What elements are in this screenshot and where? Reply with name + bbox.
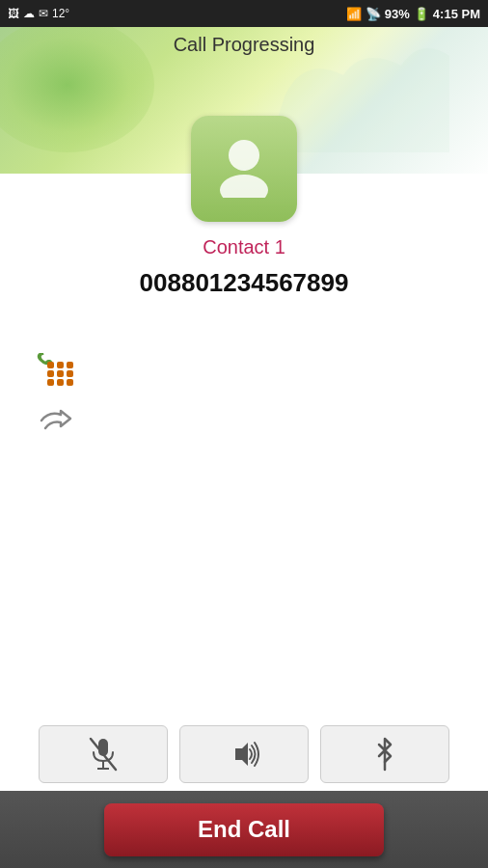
mute-button[interactable] bbox=[39, 725, 168, 783]
phone-number: 008801234567899 bbox=[0, 268, 488, 298]
end-call-label: End Call bbox=[198, 816, 290, 843]
bluetooth-button[interactable] bbox=[320, 725, 449, 783]
cloud-icon: ☁ bbox=[23, 7, 35, 20]
avatar-box bbox=[191, 116, 297, 222]
status-bar: 🖼 ☁ ✉ 12° 📶 📡 93% 🔋 4:15 PM bbox=[0, 0, 488, 27]
avatar-container bbox=[191, 116, 297, 222]
wifi-icon: 📶 bbox=[346, 7, 362, 21]
signal-icon: 📡 bbox=[366, 7, 381, 21]
svg-marker-6 bbox=[235, 743, 248, 766]
status-left-icons: 🖼 ☁ ✉ 12° bbox=[8, 7, 69, 20]
speaker-button[interactable] bbox=[179, 725, 309, 783]
clock-text: 4:15 PM bbox=[433, 7, 480, 21]
call-title: Call Progressing bbox=[0, 34, 488, 56]
end-call-bar: End Call bbox=[0, 791, 488, 868]
avatar-icon bbox=[210, 130, 278, 207]
temperature-text: 12° bbox=[52, 7, 69, 20]
content-background bbox=[0, 174, 488, 772]
end-call-button[interactable]: End Call bbox=[104, 803, 384, 856]
email-icon: ✉ bbox=[39, 7, 48, 20]
battery-icon: 🔋 bbox=[414, 7, 429, 21]
battery-text: 93% bbox=[385, 7, 410, 21]
image-icon: 🖼 bbox=[8, 7, 19, 20]
status-right-icons: 📶 📡 93% 🔋 4:15 PM bbox=[346, 7, 480, 21]
transfer-button[interactable] bbox=[34, 399, 76, 442]
bottom-controls bbox=[0, 725, 488, 783]
keypad-button[interactable] bbox=[34, 347, 76, 390]
svg-point-0 bbox=[229, 140, 259, 171]
svg-point-1 bbox=[220, 175, 268, 198]
contact-name: Contact 1 bbox=[0, 236, 488, 258]
action-icons bbox=[34, 347, 76, 442]
